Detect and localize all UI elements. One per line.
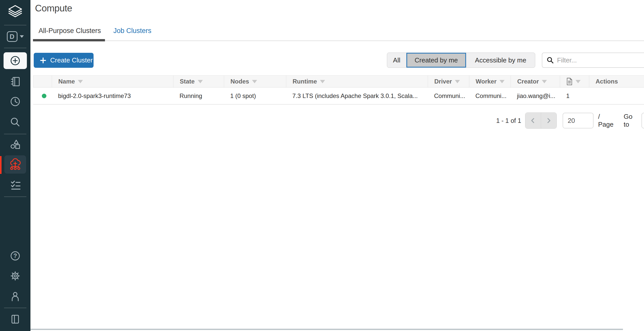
column-worker[interactable]: Worker	[469, 76, 511, 87]
cell-actions	[589, 88, 644, 104]
active-tab-indicator	[33, 39, 105, 41]
sort-caret-icon	[252, 80, 257, 83]
column-nodes[interactable]: Nodes	[224, 76, 286, 87]
sidebar-toggle-icon	[10, 313, 21, 325]
table-row[interactable]: bigdl-2.0-spark3-runtime73 Running 1 (0 …	[33, 88, 644, 105]
notebook-icon	[566, 78, 573, 85]
sidebar-item-jobs[interactable]	[0, 179, 30, 191]
cell-runtime: 7.3 LTS (includes Apache Spark 3.0.1, Sc…	[286, 88, 428, 104]
tabs-underline	[33, 40, 644, 41]
gear-icon	[10, 270, 21, 282]
sidebar-divider	[4, 308, 26, 308]
cell-status	[33, 88, 52, 104]
plus-icon	[40, 57, 46, 64]
sort-caret-icon	[198, 80, 203, 83]
create-cluster-label: Create Cluster	[50, 56, 93, 64]
cell-notebooks-count: 1	[560, 88, 589, 104]
cell-cluster-name[interactable]: bigdl-2.0-spark3-runtime73	[52, 88, 173, 104]
sort-caret-icon	[576, 80, 581, 83]
recents-clock-icon	[10, 96, 21, 107]
column-notebooks[interactable]	[560, 76, 589, 87]
pagination-range: 1 - 1 of 1	[496, 117, 523, 124]
per-page-label: / Page	[598, 113, 615, 128]
workspace-icon	[10, 76, 21, 87]
pagination-bar: 1 - 1 of 1 / Page Go to	[496, 112, 644, 129]
svg-text:?: ?	[13, 253, 17, 259]
cell-driver: Communi...	[428, 88, 469, 104]
cell-creator: jiao.wang@i...	[511, 88, 560, 104]
workspace-letter: D	[7, 31, 17, 42]
sidebar-divider	[4, 134, 26, 134]
column-status	[33, 76, 52, 87]
active-item-indicator	[0, 156, 2, 174]
prev-page-button[interactable]	[525, 113, 541, 128]
sort-caret-icon	[455, 80, 460, 83]
sort-caret-icon	[78, 80, 83, 83]
column-creator[interactable]: Creator	[511, 76, 560, 87]
goto-page-label: Go to	[624, 113, 638, 128]
sidebar-item-settings[interactable]	[0, 270, 30, 282]
filter-all-button[interactable]: All	[387, 53, 406, 68]
tab-job-clusters[interactable]: Job Clusters	[113, 27, 151, 35]
search-icon	[546, 56, 554, 64]
chevron-down-icon	[20, 35, 24, 38]
next-page-button[interactable]	[541, 113, 557, 128]
cell-state: Running	[173, 88, 224, 104]
cluster-filter-group: All Created by me Accessible by me	[387, 53, 535, 68]
create-plus-icon	[10, 55, 21, 66]
sidebar-item-help[interactable]: ?	[0, 250, 30, 261]
databricks-logo-icon	[8, 5, 23, 19]
tab-all-purpose-clusters[interactable]: All-Purpose Clusters	[39, 27, 101, 35]
cell-nodes: 1 (0 spot)	[224, 88, 286, 104]
sidebar-item-workspace[interactable]	[0, 76, 30, 87]
compute-icon	[9, 158, 22, 171]
sidebar-item-account[interactable]	[0, 291, 30, 302]
horizontal-scrollbar[interactable]	[30, 329, 623, 330]
sort-caret-icon	[542, 80, 547, 83]
sidebar-item-data[interactable]	[0, 139, 30, 150]
sort-caret-icon	[320, 80, 325, 83]
help-icon: ?	[10, 250, 21, 261]
sidebar: D	[0, 0, 30, 331]
workspace-selector[interactable]: D	[0, 30, 30, 43]
sidebar-divider	[4, 196, 26, 197]
sidebar-item-recents[interactable]	[0, 96, 30, 107]
column-state[interactable]: State	[173, 76, 224, 87]
jobs-checklist-icon	[10, 179, 21, 191]
table-header: Name State Nodes Runtime Driver Worker C…	[33, 75, 644, 88]
goto-page-input[interactable]	[641, 113, 644, 128]
filter-accessible-by-me-button[interactable]: Accessible by me	[466, 53, 535, 68]
create-cluster-button[interactable]: Create Cluster	[34, 53, 94, 68]
sidebar-item-create[interactable]	[4, 52, 27, 69]
sidebar-item-compute[interactable]	[4, 155, 26, 174]
column-driver[interactable]: Driver	[428, 76, 469, 87]
user-icon	[10, 291, 21, 302]
status-running-dot	[42, 94, 46, 98]
chevron-left-icon	[529, 117, 536, 124]
filter-created-by-me-button[interactable]: Created by me	[406, 53, 466, 68]
filter-input[interactable]	[557, 56, 633, 64]
compute-page: D	[0, 0, 644, 331]
column-actions: Actions	[589, 76, 644, 87]
pagination-nav	[525, 112, 557, 129]
page-size-input[interactable]	[563, 113, 594, 128]
cell-worker: Communi...	[469, 88, 511, 104]
sort-caret-icon	[499, 80, 505, 83]
sidebar-toggle[interactable]	[0, 313, 30, 325]
column-runtime[interactable]: Runtime	[286, 76, 428, 87]
page-title: Compute	[35, 3, 72, 14]
sidebar-item-search[interactable]	[0, 117, 30, 128]
databricks-logo[interactable]	[0, 5, 30, 19]
chevron-right-icon	[545, 117, 552, 124]
sidebar-divider	[4, 25, 26, 25]
data-icon	[10, 139, 21, 150]
sidebar-divider	[4, 48, 26, 48]
search-icon	[10, 117, 21, 128]
column-name[interactable]: Name	[52, 76, 173, 87]
filter-search-box	[542, 53, 644, 68]
